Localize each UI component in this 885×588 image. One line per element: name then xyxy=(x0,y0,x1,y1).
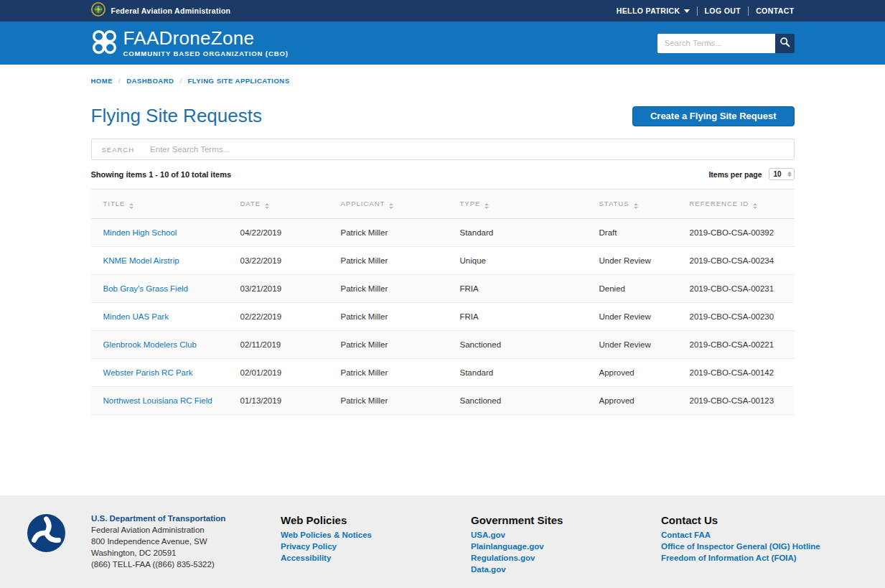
breadcrumb-separator: / xyxy=(179,77,182,85)
table-search-input[interactable] xyxy=(150,145,783,154)
column-header-status[interactable]: STATUS xyxy=(587,190,678,219)
cell-type: Sanctioned xyxy=(448,331,587,359)
cell-applicant: Patrick Miller xyxy=(329,275,448,303)
cell-title: Glenbrook Modelers Club xyxy=(91,331,228,359)
showing-items-text: Showing items 1 - 10 of 10 total items xyxy=(91,170,232,179)
cell-reference-id: 2019-CBO-CSA-00234 xyxy=(678,247,795,275)
footer-link-contact-faa[interactable]: Contact FAA xyxy=(661,529,851,541)
user-menu[interactable]: HELLO PATRICK xyxy=(617,6,690,15)
brand-logo[interactable]: FAADroneZone COMMUNITY BASED ORGANIZATIO… xyxy=(91,29,289,58)
footer-link-usa-gov[interactable]: USA.gov xyxy=(471,529,661,541)
items-per-page-select[interactable]: 10 xyxy=(769,168,795,180)
footer-column-government-sites: Government SitesUSA.govPlainlanguage.gov… xyxy=(471,514,661,575)
request-title-link-minden-uas-park[interactable]: Minden UAS Park xyxy=(103,312,169,321)
cell-type: Standard xyxy=(448,359,587,387)
divider xyxy=(748,6,749,16)
cell-applicant: Patrick Miller xyxy=(329,303,448,331)
footer-column-web-policies: Web PoliciesWeb Policies & NoticesPrivac… xyxy=(281,514,471,575)
contact-link[interactable]: CONTACT xyxy=(756,6,794,15)
footer-link-web-policies-notices[interactable]: Web Policies & Notices xyxy=(281,529,471,541)
cell-title: Northwest Louisiana RC Field xyxy=(91,387,228,415)
items-per-page-label: Items per page xyxy=(708,170,762,179)
divider xyxy=(697,6,698,16)
footer-columns: Web PoliciesWeb Policies & NoticesPrivac… xyxy=(281,514,885,575)
column-header-label: STATUS xyxy=(599,200,629,207)
request-title-link-northwest-louisiana-rc-field[interactable]: Northwest Louisiana RC Field xyxy=(103,396,212,405)
brand-name: FAADroneZone xyxy=(123,29,289,47)
search-icon xyxy=(779,37,790,50)
footer-address-lines: Federal Aviation Administration800 Indep… xyxy=(91,524,281,570)
request-title-link-glenbrook-modelers-club[interactable]: Glenbrook Modelers Club xyxy=(103,340,197,349)
cell-status: Approved xyxy=(587,387,678,415)
footer-address-line: Federal Aviation Administration xyxy=(91,524,281,536)
footer-column-heading: Government Sites xyxy=(471,514,661,526)
column-header-date[interactable]: DATE xyxy=(228,190,329,219)
column-header-reference-id[interactable]: REFERENCE ID xyxy=(678,190,795,219)
cell-date: 01/13/2019 xyxy=(228,387,329,415)
footer-link-regulations-gov[interactable]: Regulations.gov xyxy=(471,552,661,564)
column-header-label: TITLE xyxy=(103,200,126,207)
breadcrumb-link-home[interactable]: HOME xyxy=(91,77,113,85)
footer-column-contact-us: Contact UsContact FAAOffice of Inspector… xyxy=(661,514,851,575)
footer-link-office-of-inspector-general-oig-hotline[interactable]: Office of Inspector General (OIG) Hotlin… xyxy=(661,541,851,552)
sort-icon xyxy=(265,203,269,209)
brand-subtitle: COMMUNITY BASED ORGANIZATION (CBO) xyxy=(123,50,289,57)
agency-label: Federal Aviation Administration xyxy=(111,6,231,15)
sort-icon xyxy=(753,203,757,209)
table-row: Minden UAS Park02/22/2019Patrick MillerF… xyxy=(91,303,795,331)
sort-icon xyxy=(484,203,489,209)
table-search-panel: SEARCH xyxy=(91,139,795,160)
table-row: Northwest Louisiana RC Field01/13/2019Pa… xyxy=(91,387,795,415)
cell-status: Draft xyxy=(587,219,678,247)
footer-link-plainlanguage-gov[interactable]: Plainlanguage.gov xyxy=(471,541,661,552)
breadcrumb-link-dashboard[interactable]: DASHBOARD xyxy=(126,77,174,85)
cell-reference-id: 2019-CBO-CSA-00230 xyxy=(678,303,795,331)
table-row: Webster Parish RC Park02/01/2019Patrick … xyxy=(91,359,795,387)
brand-header: FAADroneZone COMMUNITY BASED ORGANIZATIO… xyxy=(0,22,885,65)
column-header-applicant[interactable]: APPLICANT xyxy=(329,190,448,219)
flying-site-requests-table: TITLEDATEAPPLICANTTYPESTATUSREFERENCE ID… xyxy=(91,189,795,415)
cell-applicant: Patrick Miller xyxy=(329,331,448,359)
column-header-label: TYPE xyxy=(460,200,481,207)
column-header-label: REFERENCE ID xyxy=(690,200,749,207)
create-flying-site-request-button[interactable]: Create a Flying Site Request xyxy=(632,106,795,126)
footer-link-data-gov[interactable]: Data.gov xyxy=(471,564,661,575)
request-title-link-knme-model-airstrip[interactable]: KNME Model Airstrip xyxy=(103,256,179,265)
column-header-title[interactable]: TITLE xyxy=(91,190,228,219)
chevron-down-icon xyxy=(684,9,690,13)
search-label: SEARCH xyxy=(102,146,135,154)
request-title-link-webster-parish-rc-park[interactable]: Webster Parish RC Park xyxy=(103,368,193,377)
sort-icon xyxy=(129,203,134,209)
sort-icon xyxy=(389,203,393,209)
cell-title: Webster Parish RC Park xyxy=(91,359,228,387)
header-search-button[interactable] xyxy=(775,34,795,53)
footer-link-freedom-of-information-act-foia[interactable]: Freedom of Information Act (FOIA) xyxy=(661,552,851,564)
footer-link-accessibility[interactable]: Accessibility xyxy=(281,552,471,564)
cell-title: KNME Model Airstrip xyxy=(91,247,228,275)
cell-date: 02/01/2019 xyxy=(228,359,329,387)
request-title-link-minden-high-school[interactable]: Minden High School xyxy=(103,228,177,237)
cell-reference-id: 2019-CBO-CSA-00231 xyxy=(678,275,795,303)
cell-title: Minden High School xyxy=(91,219,228,247)
logout-link[interactable]: LOG OUT xyxy=(705,6,741,15)
column-header-label: APPLICANT xyxy=(341,200,385,207)
table-row: Bob Gray's Grass Field03/21/2019Patrick … xyxy=(91,275,795,303)
footer-department: U.S. Department of Transportation xyxy=(91,514,281,523)
footer-column-heading: Web Policies xyxy=(281,514,471,526)
page-title: Flying Site Requests xyxy=(91,105,262,127)
items-per-page-value: 10 xyxy=(774,170,782,178)
cell-status: Under Review xyxy=(587,331,678,359)
footer-link-privacy-policy[interactable]: Privacy Policy xyxy=(281,541,471,552)
request-title-link-bob-gray-s-grass-field[interactable]: Bob Gray's Grass Field xyxy=(103,284,189,293)
top-utility-bar: Federal Aviation Administration HELLO PA… xyxy=(0,0,885,22)
cell-applicant: Patrick Miller xyxy=(329,219,448,247)
column-header-type[interactable]: TYPE xyxy=(448,190,587,219)
footer-address-line: Washington, DC 20591 xyxy=(91,547,281,559)
page-footer: U.S. Department of Transportation Federa… xyxy=(0,495,885,588)
header-search-input[interactable] xyxy=(657,34,775,53)
breadcrumb-link-flying-site-applications[interactable]: FLYING SITE APPLICATIONS xyxy=(188,77,290,85)
cell-date: 03/22/2019 xyxy=(228,247,329,275)
footer-address-line: 800 Independence Avenue, SW xyxy=(91,536,281,547)
cell-type: FRIA xyxy=(448,275,587,303)
cell-type: FRIA xyxy=(448,303,587,331)
